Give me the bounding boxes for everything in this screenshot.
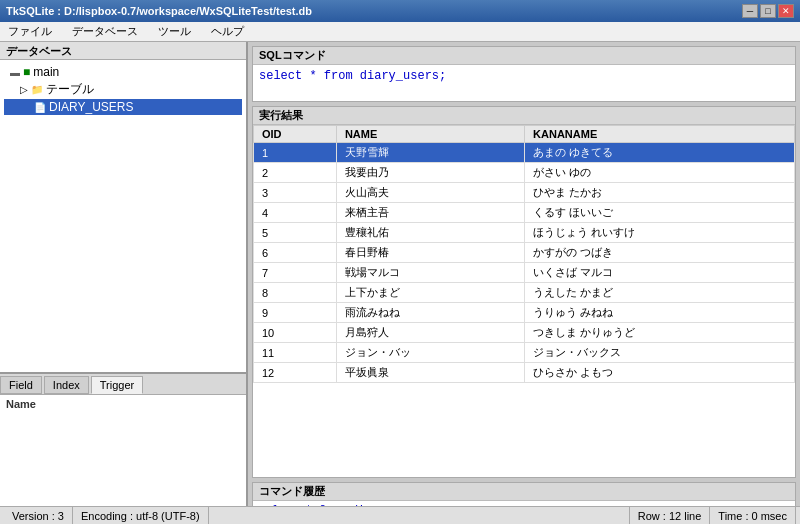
results-table: OID NAME KANANAME 1天野雪輝あまの ゆきてる2我要由乃がさい … [253,125,795,383]
db-icon: ▬ [10,67,20,78]
tree-item-diary-users[interactable]: 📄 DIARY_USERS [4,99,242,115]
results-table-container[interactable]: OID NAME KANANAME 1天野雪輝あまの ゆきてる2我要由乃がさい … [253,125,795,477]
col-name: NAME [336,126,524,143]
expand-icon: ▷ [20,84,28,95]
menu-help[interactable]: ヘルプ [207,23,248,40]
main-icon: ■ [23,65,30,79]
status-row: Row : 12 line [630,507,711,524]
status-bar: Version : 3 Encoding : utf-8 (UTF-8) Row… [0,506,800,524]
sql-input-area[interactable]: select * from diary_users; [253,65,795,101]
table-row[interactable]: 12平坂眞泉ひらさか よもつ [254,363,795,383]
tree-label-main: main [33,65,59,79]
tab-content-area: Name [0,395,246,524]
menu-bar: ファイル データベース ツール ヘルプ [0,22,800,42]
status-version: Version : 3 [4,507,73,524]
table-row[interactable]: 1天野雪輝あまの ゆきてる [254,143,795,163]
tree-label-diary-users: DIARY_USERS [49,100,133,114]
results-section: 実行結果 OID NAME KANANAME 1天野雪輝あまの ゆきてる2我要由… [252,106,796,478]
menu-tools[interactable]: ツール [154,23,195,40]
title-text: TkSQLite : D:/lispbox-0.7/workspace/WxSQ… [6,5,312,17]
table-row[interactable]: 7戦場マルコいくさば マルコ [254,263,795,283]
col-oid: OID [254,126,337,143]
file-icon: 📄 [34,102,46,113]
tab-content-name-header: Name [2,397,244,411]
title-bar-buttons: ─ □ ✕ [742,4,794,18]
folder-icon: 📁 [31,84,43,95]
bottom-panel: Field Index Trigger Name [0,374,246,524]
left-panel: データベース ▬ ■ main ▷ 📁 テーブル 📄 DIARY_USERS [0,42,248,524]
col-kananame: KANANAME [525,126,795,143]
tree-item-tables[interactable]: ▷ 📁 テーブル [4,80,242,99]
status-spacer [209,507,630,524]
menu-database[interactable]: データベース [68,23,142,40]
table-row[interactable]: 6春日野椿かすがの つばき [254,243,795,263]
table-row[interactable]: 3火山高夫ひやま たかお [254,183,795,203]
database-header: データベース [0,42,246,60]
table-row[interactable]: 9雨流みねねうりゅう みねね [254,303,795,323]
tree-item-main[interactable]: ▬ ■ main [4,64,242,80]
tree-label-tables: テーブル [46,81,94,98]
maximize-button[interactable]: □ [760,4,776,18]
minimize-button[interactable]: ─ [742,4,758,18]
menu-file[interactable]: ファイル [4,23,56,40]
close-button[interactable]: ✕ [778,4,794,18]
tab-field[interactable]: Field [0,376,42,394]
status-encoding: Encoding : utf-8 (UTF-8) [73,507,209,524]
sql-section-header: SQLコマンド [253,47,795,65]
title-bar: TkSQLite : D:/lispbox-0.7/workspace/WxSQ… [0,0,800,22]
table-row[interactable]: 10月島狩人つきしま かりゅうど [254,323,795,343]
status-time: Time : 0 msec [710,507,796,524]
tabs-bar: Field Index Trigger [0,374,246,395]
table-row[interactable]: 11ジョン・バッジョン・バックス [254,343,795,363]
tab-index[interactable]: Index [44,376,89,394]
table-row[interactable]: 2我要由乃がさい ゆの [254,163,795,183]
tree-area[interactable]: ▬ ■ main ▷ 📁 テーブル 📄 DIARY_USERS [0,60,246,374]
table-row[interactable]: 5豊穰礼佑ほうじょう れいすけ [254,223,795,243]
results-header: 実行結果 [253,107,795,125]
sql-section: SQLコマンド select * from diary_users; [252,46,796,102]
right-panel: SQLコマンド select * from diary_users; 実行結果 … [248,42,800,524]
history-header: コマンド履歴 [253,483,795,501]
table-row[interactable]: 8上下かまどうえした かまど [254,283,795,303]
table-row[interactable]: 4来栖主吾くるす ほいいご [254,203,795,223]
tab-trigger[interactable]: Trigger [91,376,143,394]
